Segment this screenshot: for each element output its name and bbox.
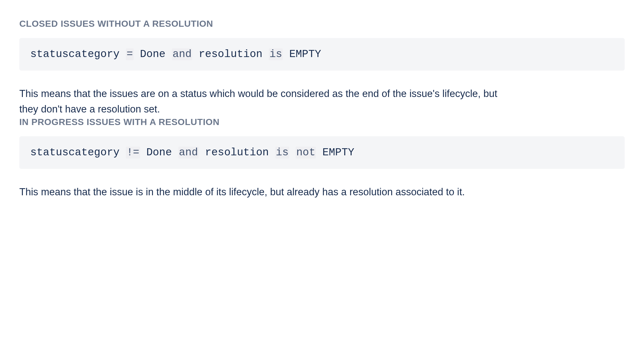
code-block: statuscategory != Done and resolution is… bbox=[19, 136, 625, 169]
code-token-operator: = bbox=[126, 48, 134, 60]
code-token-value: Done bbox=[146, 147, 172, 159]
code-token-field: statuscategory bbox=[30, 48, 119, 60]
code-token-operator: != bbox=[126, 147, 140, 159]
code-token-value: EMPTY bbox=[322, 147, 354, 159]
code-token-keyword-and: and bbox=[172, 48, 192, 60]
code-block: statuscategory = Done and resolution is … bbox=[19, 38, 625, 71]
section-description: This means that the issue is in the midd… bbox=[19, 184, 509, 200]
code-token-keyword-is: is bbox=[269, 48, 283, 60]
section-closed-issues: CLOSED ISSUES WITHOUT A RESOLUTION statu… bbox=[19, 19, 625, 117]
code-token-value: EMPTY bbox=[289, 48, 321, 60]
code-token-keyword-and: and bbox=[178, 147, 199, 159]
code-token-keyword-not: not bbox=[296, 147, 316, 159]
section-in-progress-issues: IN PROGRESS ISSUES WITH A RESOLUTION sta… bbox=[19, 117, 625, 200]
code-token-value: Done bbox=[140, 48, 166, 60]
code-token-keyword-is: is bbox=[275, 147, 289, 159]
section-description: This means that the issues are on a stat… bbox=[19, 86, 509, 117]
code-token-field: statuscategory bbox=[30, 147, 119, 159]
section-heading: IN PROGRESS ISSUES WITH A RESOLUTION bbox=[19, 117, 625, 127]
code-token-field: resolution bbox=[199, 48, 262, 60]
code-token-field: resolution bbox=[205, 147, 269, 159]
section-heading: CLOSED ISSUES WITHOUT A RESOLUTION bbox=[19, 19, 625, 29]
